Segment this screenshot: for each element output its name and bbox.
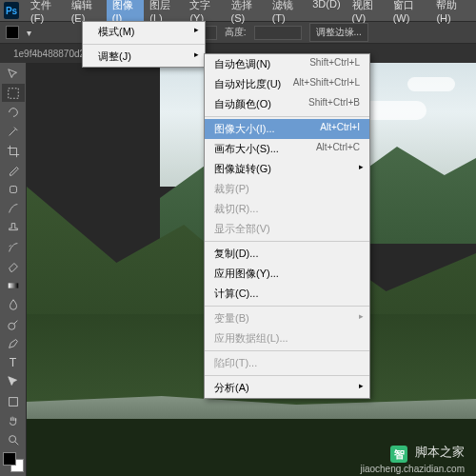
watermark-url: jiaocheng.chazidian.com xyxy=(360,464,465,474)
submenu-item: 裁剪(P) xyxy=(205,179,369,199)
svg-rect-5 xyxy=(10,397,18,406)
height-label: 高度: xyxy=(225,26,247,39)
menu-9[interactable]: 窗口(W) xyxy=(387,0,431,26)
menu-5[interactable]: 选择(S) xyxy=(226,0,267,26)
gradient-tool[interactable] xyxy=(2,277,25,295)
shape-tool[interactable] xyxy=(2,392,25,410)
dropdown-item[interactable]: 调整(J) xyxy=(83,47,205,67)
image-menu-dropdown: 模式(M)调整(J) xyxy=(82,21,206,68)
submenu-item: 显示全部(V) xyxy=(205,219,369,239)
refine-edge-button[interactable]: 调整边缘... xyxy=(309,23,368,42)
submenu-item[interactable]: 应用图像(Y)... xyxy=(205,264,369,284)
hand-tool[interactable] xyxy=(2,411,25,429)
tool-preset-swatch[interactable] xyxy=(6,26,19,39)
watermark-logo: 智 xyxy=(390,446,407,463)
path-tool[interactable] xyxy=(2,373,25,391)
watermark-text: 脚本之家 xyxy=(415,444,465,461)
svg-text:T: T xyxy=(10,357,17,370)
pen-tool[interactable] xyxy=(2,334,25,352)
arrow-icon: ▾ xyxy=(27,28,31,38)
submenu-item: 陷印(T)... xyxy=(205,353,369,373)
submenu-item[interactable]: 画布大小(S)...Alt+Ctrl+C xyxy=(205,139,369,159)
wand-tool[interactable] xyxy=(2,123,25,141)
menu-7[interactable]: 3D(D) xyxy=(307,0,346,26)
marquee-tool[interactable] xyxy=(2,84,25,102)
healing-tool[interactable] xyxy=(2,180,25,198)
svg-rect-2 xyxy=(9,284,19,288)
menu-0[interactable]: 文件(F) xyxy=(25,0,66,26)
submenu-item: 裁切(R)... xyxy=(205,199,369,219)
brush-tool[interactable] xyxy=(2,200,25,218)
blur-tool[interactable] xyxy=(2,296,25,314)
submenu-item: 变量(B) xyxy=(205,308,369,328)
menu-10[interactable]: 帮助(H) xyxy=(430,0,472,26)
menu-bar: Ps 文件(F)编辑(E)图像(I)图层(L)文字(Y)选择(S)滤镜(T)3D… xyxy=(0,0,476,21)
dropdown-item[interactable]: 模式(M) xyxy=(83,22,205,42)
submenu-item[interactable]: 图像旋转(G) xyxy=(205,159,369,179)
menu-8[interactable]: 视图(V) xyxy=(347,0,387,26)
type-tool[interactable]: T xyxy=(2,354,25,372)
submenu-item[interactable]: 复制(D)... xyxy=(205,244,369,264)
move-tool[interactable] xyxy=(2,65,25,83)
submenu-item[interactable]: 计算(C)... xyxy=(205,284,369,304)
dodge-tool[interactable] xyxy=(2,315,25,333)
tools-panel: T xyxy=(0,63,27,476)
svg-point-3 xyxy=(9,323,15,329)
eyedropper-tool[interactable] xyxy=(2,161,25,179)
menu-6[interactable]: 滤镜(T) xyxy=(267,0,307,26)
submenu-item[interactable]: 分析(A) xyxy=(205,378,369,398)
submenu-item[interactable]: 自动颜色(O)Shift+Ctrl+B xyxy=(205,94,369,114)
stamp-tool[interactable] xyxy=(2,219,25,237)
eraser-tool[interactable] xyxy=(2,257,25,275)
svg-rect-0 xyxy=(9,89,19,99)
submenu-item: 应用数据组(L)... xyxy=(205,328,369,348)
svg-rect-1 xyxy=(10,187,17,193)
color-swatches[interactable] xyxy=(3,452,24,472)
crop-tool[interactable] xyxy=(2,142,25,160)
history-brush-tool[interactable] xyxy=(2,238,25,256)
submenu-item[interactable]: 自动对比度(U)Alt+Shift+Ctrl+L xyxy=(205,74,369,94)
zoom-tool[interactable] xyxy=(2,430,25,448)
svg-point-6 xyxy=(10,436,16,443)
submenu-item[interactable]: 图像大小(I)...Alt+Ctrl+I xyxy=(205,119,369,139)
height-input[interactable] xyxy=(254,26,302,40)
app-logo: Ps xyxy=(4,2,19,19)
submenu-item[interactable]: 自动色调(N)Shift+Ctrl+L xyxy=(205,54,369,74)
image-submenu: 自动色调(N)Shift+Ctrl+L自动对比度(U)Alt+Shift+Ctr… xyxy=(204,53,370,399)
lasso-tool[interactable] xyxy=(2,103,25,121)
